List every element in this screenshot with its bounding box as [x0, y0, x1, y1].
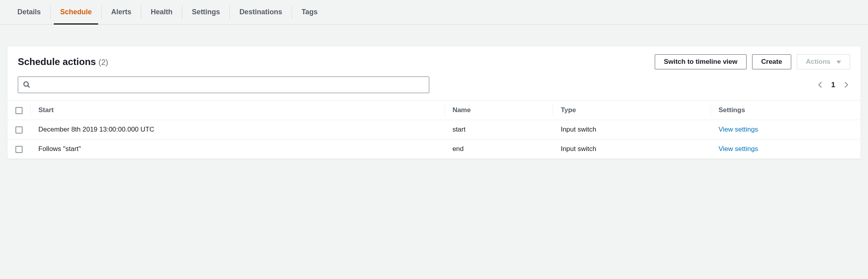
cell-type: Input switch — [553, 140, 711, 159]
tab-schedule[interactable]: Schedule — [51, 0, 101, 24]
search-wrap[interactable] — [18, 76, 429, 93]
prev-page-button[interactable] — [818, 81, 823, 88]
cell-name: start — [445, 120, 553, 140]
search-icon — [23, 81, 30, 89]
svg-line-2 — [28, 86, 30, 88]
tabs-bar: Details Schedule Alerts Health Settings … — [0, 0, 868, 25]
tab-alerts[interactable]: Alerts — [102, 0, 141, 24]
table-row: Follows "start" end Input switch View se… — [8, 140, 860, 159]
panel-header: Schedule actions (2) Switch to timeline … — [8, 46, 860, 76]
page-content: Schedule actions (2) Switch to timeline … — [0, 25, 868, 167]
col-header-type[interactable]: Type — [553, 101, 711, 120]
svg-marker-0 — [836, 61, 841, 64]
caret-down-icon — [836, 58, 841, 66]
tab-health[interactable]: Health — [141, 0, 182, 24]
row-checkbox[interactable] — [15, 126, 23, 134]
view-settings-link[interactable]: View settings — [718, 126, 758, 133]
panel-actions: Switch to timeline view Create Actions — [655, 54, 850, 69]
panel-title-text: Schedule actions — [18, 56, 96, 67]
table-row: December 8th 2019 13:00:00.000 UTC start… — [8, 120, 860, 140]
search-input[interactable] — [30, 81, 424, 88]
tab-details[interactable]: Details — [8, 0, 50, 24]
col-header-name[interactable]: Name — [445, 101, 553, 120]
schedule-table: Start Name Type Settings December 8th 20… — [8, 100, 860, 159]
create-button[interactable]: Create — [752, 54, 791, 69]
schedule-actions-panel: Schedule actions (2) Switch to timeline … — [7, 46, 861, 159]
page-number: 1 — [831, 81, 835, 89]
panel-title: Schedule actions (2) — [18, 56, 108, 67]
switch-timeline-button[interactable]: Switch to timeline view — [655, 54, 747, 69]
actions-dropdown-button[interactable]: Actions — [797, 54, 850, 69]
actions-label: Actions — [806, 58, 830, 65]
select-all-checkbox[interactable] — [15, 107, 23, 114]
select-all-header — [8, 101, 30, 120]
tab-tags[interactable]: Tags — [292, 0, 327, 24]
tab-destinations[interactable]: Destinations — [230, 0, 292, 24]
cell-name: end — [445, 140, 553, 159]
col-header-settings[interactable]: Settings — [711, 101, 860, 120]
next-page-button[interactable] — [844, 81, 849, 88]
panel-count: (2) — [99, 58, 108, 67]
table-header-row: Start Name Type Settings — [8, 101, 860, 120]
toolbar: 1 — [8, 76, 860, 100]
tab-settings[interactable]: Settings — [182, 0, 229, 24]
pagination: 1 — [818, 81, 850, 89]
view-settings-link[interactable]: View settings — [718, 145, 758, 153]
row-checkbox[interactable] — [15, 146, 23, 153]
cell-type: Input switch — [553, 120, 711, 140]
cell-start: Follows "start" — [30, 140, 445, 159]
cell-start: December 8th 2019 13:00:00.000 UTC — [30, 120, 445, 140]
col-header-start[interactable]: Start — [30, 101, 445, 120]
svg-point-1 — [24, 82, 28, 86]
